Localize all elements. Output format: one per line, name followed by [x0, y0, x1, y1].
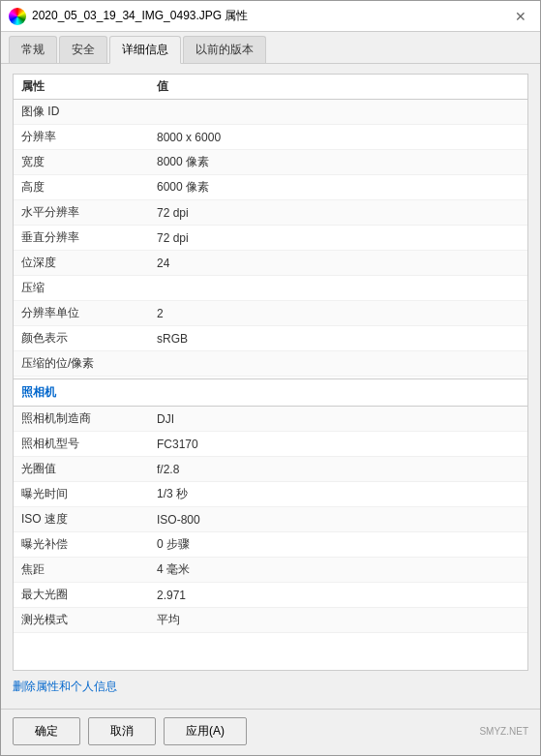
- prop-value: 8000 x 6000: [157, 131, 520, 144]
- prop-name: 测光模式: [21, 612, 157, 628]
- prop-name: 垂直分辨率: [21, 229, 157, 246]
- tab-bar: 常规 安全 详细信息 以前的版本: [1, 32, 540, 64]
- close-button[interactable]: ✕: [509, 7, 532, 26]
- table-row: 垂直分辨率 72 dpi: [14, 226, 527, 251]
- properties-box: 属性 值 图像 ID 分辨率 8000 x 6000 宽度 8000 像素: [13, 74, 528, 671]
- table-row: 曝光补偿 0 步骤: [14, 532, 527, 558]
- prop-name: 图像 ID: [21, 104, 157, 120]
- prop-name: 颜色表示: [21, 330, 157, 347]
- cancel-button[interactable]: 取消: [88, 717, 156, 745]
- prop-name: 高度: [21, 179, 157, 196]
- table-row: 高度 6000 像素: [14, 175, 527, 200]
- prop-value: 1/3 秒: [157, 486, 520, 502]
- prop-value: 72 dpi: [157, 206, 520, 220]
- main-content: 属性 值 图像 ID 分辨率 8000 x 6000 宽度 8000 像素: [1, 64, 540, 709]
- section-header-camera: 照相机: [14, 378, 527, 407]
- table-row: 曝光时间 1/3 秒: [14, 482, 527, 507]
- prop-name: 分辨率单位: [21, 305, 157, 321]
- prop-value: f/2.8: [157, 463, 520, 476]
- tab-previous[interactable]: 以前的版本: [183, 36, 266, 63]
- table-row: 焦距 4 毫米: [14, 558, 527, 583]
- table-row: 照相机制造商 DJI: [14, 407, 527, 432]
- prop-value: 2.971: [157, 589, 520, 602]
- prop-name: ISO 速度: [21, 511, 157, 528]
- prop-name: 分辨率: [21, 129, 157, 145]
- link-area: 删除属性和个人信息: [13, 671, 528, 699]
- table-header: 属性 值: [14, 75, 527, 100]
- table-row: 颜色表示 sRGB: [14, 326, 527, 351]
- prop-name: 位深度: [21, 255, 157, 271]
- table-row: 照相机型号 FC3170: [14, 432, 527, 457]
- tab-security[interactable]: 安全: [59, 36, 107, 63]
- prop-value: 2: [157, 307, 520, 320]
- prop-value: ISO-800: [157, 513, 520, 527]
- prop-value: FC3170: [157, 438, 520, 451]
- table-row: 位深度 24: [14, 251, 527, 276]
- prop-value: 72 dpi: [157, 231, 520, 245]
- prop-name: 压缩的位/像素: [21, 355, 157, 372]
- app-icon: [9, 8, 26, 25]
- prop-name: 照相机型号: [21, 436, 157, 452]
- ok-button[interactable]: 确定: [13, 717, 80, 745]
- col-header-name: 属性: [21, 78, 157, 95]
- tab-details[interactable]: 详细信息: [109, 36, 181, 64]
- remove-properties-link[interactable]: 删除属性和个人信息: [13, 680, 117, 693]
- properties-scroll[interactable]: 属性 值 图像 ID 分辨率 8000 x 6000 宽度 8000 像素: [14, 75, 527, 670]
- col-header-value: 值: [157, 78, 520, 95]
- prop-name: 曝光时间: [21, 486, 157, 502]
- properties-window: 2020_05_03_19_34_IMG_0493.JPG 属性 ✕ 常规 安全…: [0, 0, 541, 756]
- table-row: 最大光圈 2.971: [14, 583, 527, 608]
- prop-value: DJI: [157, 412, 520, 426]
- prop-value: sRGB: [157, 332, 520, 346]
- table-row: 测光模式 平均: [14, 608, 527, 633]
- watermark: SMYZ.NET: [479, 726, 528, 737]
- window-title: 2020_05_03_19_34_IMG_0493.JPG 属性: [32, 8, 249, 24]
- title-bar: 2020_05_03_19_34_IMG_0493.JPG 属性 ✕: [1, 1, 540, 32]
- prop-value: 8000 像素: [157, 154, 520, 170]
- prop-name: 最大光圈: [21, 587, 157, 603]
- title-bar-left: 2020_05_03_19_34_IMG_0493.JPG 属性: [9, 8, 249, 25]
- table-row: ISO 速度 ISO-800: [14, 507, 527, 532]
- prop-name: 焦距: [21, 561, 157, 578]
- apply-button[interactable]: 应用(A): [164, 717, 247, 745]
- table-row: 压缩: [14, 276, 527, 301]
- table-row: 图像 ID: [14, 100, 527, 125]
- prop-name: 宽度: [21, 154, 157, 170]
- section-label: 照相机: [21, 384, 56, 401]
- tab-general[interactable]: 常规: [9, 36, 57, 63]
- prop-value: 平均: [157, 612, 520, 628]
- prop-name: 曝光补偿: [21, 536, 157, 553]
- table-row: 分辨率单位 2: [14, 301, 527, 326]
- prop-value: 6000 像素: [157, 179, 520, 196]
- table-row: 光圈值 f/2.8: [14, 457, 527, 482]
- table-row: 水平分辨率 72 dpi: [14, 200, 527, 226]
- table-row: 压缩的位/像素: [14, 351, 527, 377]
- button-bar: 确定 取消 应用(A) SMYZ.NET: [1, 709, 540, 755]
- prop-name: 照相机制造商: [21, 410, 157, 427]
- prop-name: 水平分辨率: [21, 204, 157, 221]
- prop-name: 光圈值: [21, 461, 157, 477]
- table-row: 宽度 8000 像素: [14, 150, 527, 175]
- prop-value: 0 步骤: [157, 536, 520, 553]
- prop-name: 压缩: [21, 280, 157, 296]
- table-row: 分辨率 8000 x 6000: [14, 125, 527, 150]
- prop-value: 4 毫米: [157, 561, 520, 578]
- prop-value: 24: [157, 257, 520, 270]
